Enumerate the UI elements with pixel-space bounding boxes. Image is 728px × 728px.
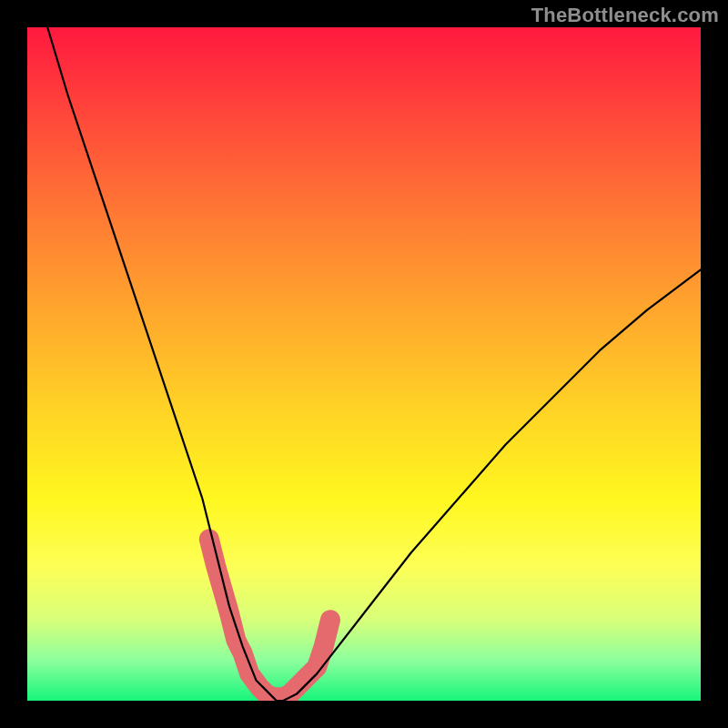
plot-area (27, 27, 701, 701)
bottleneck-curve (47, 27, 701, 701)
watermark-text: TheBottleneck.com (531, 4, 719, 27)
highlight-band (209, 539, 330, 697)
curve-layer (27, 27, 701, 701)
chart-stage: TheBottleneck.com (0, 0, 728, 728)
